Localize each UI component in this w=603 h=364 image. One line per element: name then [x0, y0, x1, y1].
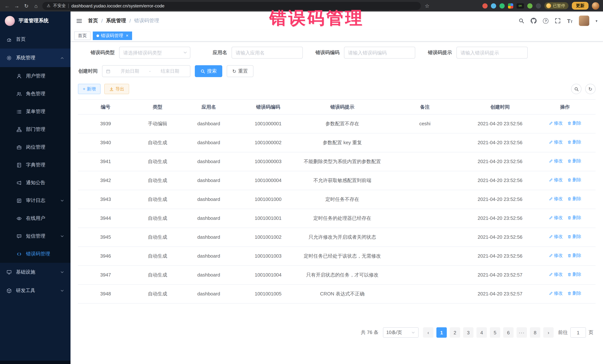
home-button[interactable]: ⌂: [33, 3, 39, 9]
address-bar[interactable]: ⚠ 不安全 dashboard.yudao.iocoder.cn/system/…: [42, 2, 421, 10]
error-type-select-input[interactable]: [119, 47, 190, 59]
delete-button[interactable]: 删除: [567, 120, 581, 127]
avatar-caret-icon[interactable]: ▾: [596, 19, 597, 23]
error-code-input[interactable]: [344, 47, 415, 59]
forward-button[interactable]: →: [13, 3, 20, 9]
user-avatar[interactable]: [579, 16, 589, 26]
extension-blue-drop-icon[interactable]: [491, 3, 496, 8]
add-button[interactable]: + 新增: [78, 84, 101, 94]
update-button[interactable]: 更新: [572, 2, 589, 10]
tab-active[interactable]: 错误码管理×: [93, 31, 132, 40]
reset-button[interactable]: ↻ 重置: [227, 65, 254, 77]
sidebar-item[interactable]: 错误码管理: [0, 245, 70, 263]
sidebar-item[interactable]: 用户管理: [0, 67, 70, 85]
hamburger-icon[interactable]: [76, 18, 82, 24]
page-button[interactable]: 6: [503, 328, 514, 338]
page-button[interactable]: 4: [476, 328, 487, 338]
search-button[interactable]: 搜索: [195, 65, 222, 77]
delete-button[interactable]: 删除: [567, 158, 581, 164]
delete-button[interactable]: 删除: [567, 272, 581, 278]
prev-page-button[interactable]: ‹: [423, 328, 433, 338]
sidebar-item[interactable]: 在线用户: [0, 210, 70, 227]
sidebar-item[interactable]: 系统管理: [0, 49, 70, 67]
delete-button[interactable]: 删除: [567, 233, 581, 240]
cell-time: 2021-04-20 23:52:56: [466, 114, 534, 133]
pager-more-button[interactable]: ···: [517, 328, 527, 338]
page-button[interactable]: 3: [463, 328, 474, 338]
delete-button[interactable]: 删除: [567, 215, 581, 221]
extension-red-icon[interactable]: [482, 3, 487, 8]
sidebar-item-label: 系统管理: [16, 55, 35, 61]
edit-button[interactable]: 修改: [549, 139, 563, 145]
delete-button[interactable]: 删除: [567, 290, 581, 297]
tab-close-icon[interactable]: ×: [126, 33, 128, 38]
font-size-icon[interactable]: TT: [567, 18, 573, 24]
screen: 错误码管理 ← → ↻ ⌂ ⚠ 不安全 dashboard.yudao.ioco…: [0, 0, 603, 364]
edit-icon: [549, 216, 553, 220]
delete-button[interactable]: 删除: [567, 177, 581, 183]
sidebar-item[interactable]: 部门管理: [0, 121, 70, 138]
next-page-button[interactable]: ›: [543, 328, 554, 338]
goto-page: 前往 页: [558, 328, 593, 338]
sidebar-item[interactable]: 通知公告: [0, 174, 70, 192]
back-button[interactable]: ←: [4, 3, 10, 9]
sidebar-item[interactable]: 菜单管理: [0, 103, 70, 121]
paused-badge[interactable]: 已暂停: [544, 2, 568, 9]
table-row: 3939手动编辑dashboard1001000001参数配置不存在ceshi2…: [78, 114, 596, 133]
delete-button[interactable]: 删除: [567, 196, 581, 202]
edit-button[interactable]: 修改: [549, 177, 563, 183]
delete-button[interactable]: 删除: [567, 253, 581, 259]
breadcrumb-home[interactable]: 首页: [88, 17, 98, 24]
toggle-search-button[interactable]: [571, 84, 581, 94]
extension-grid-icon[interactable]: [508, 3, 513, 8]
edit-button[interactable]: 修改: [549, 215, 563, 221]
extension-leaf-icon[interactable]: [527, 3, 533, 8]
extension-on-badge-icon[interactable]: on: [517, 3, 524, 8]
edit-button[interactable]: 修改: [549, 233, 563, 240]
filter-row-1: 错误码类型 应用名 错误码编码: [78, 47, 596, 59]
error-msg-input[interactable]: [456, 47, 528, 59]
goto-page-input[interactable]: [570, 328, 586, 338]
help-icon[interactable]: ?: [543, 18, 549, 23]
profile-avatar[interactable]: [592, 2, 599, 10]
edit-button[interactable]: 修改: [549, 272, 563, 278]
search-icon[interactable]: [519, 18, 524, 24]
sidebar-item[interactable]: 基础设施: [0, 263, 70, 281]
tab-item[interactable]: 首页: [74, 31, 91, 40]
breadcrumb-system[interactable]: 系统管理: [106, 17, 126, 24]
sidebar-item[interactable]: 研发工具: [0, 281, 70, 300]
reload-button[interactable]: ↻: [23, 3, 30, 9]
sidebar-item[interactable]: 首页: [0, 30, 70, 49]
sidebar-item-label: 基础设施: [16, 269, 35, 276]
fullscreen-icon[interactable]: [555, 18, 561, 24]
app-name-input[interactable]: [232, 47, 303, 59]
end-date-placeholder[interactable]: 结束日期: [153, 68, 187, 74]
page-button[interactable]: 8: [530, 328, 540, 338]
sidebar-item[interactable]: 角色管理: [0, 85, 70, 103]
sidebar-item[interactable]: 审计日志: [0, 192, 70, 210]
security-label[interactable]: 不安全: [53, 3, 66, 9]
refresh-button[interactable]: ↻: [585, 84, 596, 94]
sidebar-item[interactable]: 字典管理: [0, 156, 70, 174]
date-range-picker[interactable]: 开始日期 - 结束日期: [102, 65, 190, 77]
export-button[interactable]: 导出: [104, 84, 129, 94]
page-button[interactable]: 2: [450, 328, 460, 338]
page-size-select[interactable]: 10条/页: [383, 328, 418, 338]
bookmark-star-icon[interactable]: ☆: [424, 3, 430, 9]
page-button[interactable]: 5: [490, 328, 500, 338]
sidebar-item[interactable]: 短信管理: [0, 227, 70, 245]
extension-green-check-icon[interactable]: [499, 3, 505, 8]
delete-button[interactable]: 删除: [567, 139, 581, 145]
edit-button[interactable]: 修改: [549, 196, 563, 202]
page-button[interactable]: 1: [436, 328, 447, 338]
edit-button[interactable]: 修改: [549, 158, 563, 164]
edit-button[interactable]: 修改: [549, 253, 563, 259]
sidebar-item[interactable]: 岗位管理: [0, 138, 70, 156]
edit-button[interactable]: 修改: [549, 120, 563, 127]
logo-bar[interactable]: 芋道管理系统: [0, 11, 70, 30]
error-type-select[interactable]: [119, 47, 190, 59]
extension-pin-icon[interactable]: [536, 3, 541, 8]
edit-button[interactable]: 修改: [549, 290, 563, 297]
github-icon[interactable]: [531, 18, 537, 24]
start-date-placeholder[interactable]: 开始日期: [113, 68, 147, 74]
